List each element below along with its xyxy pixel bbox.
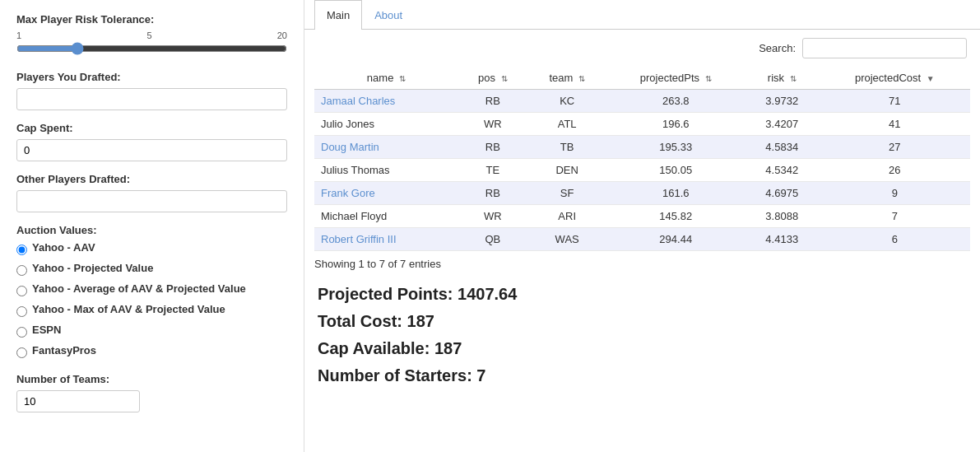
cell-pos: QB	[458, 228, 527, 251]
other-players-label: Other Players Drafted:	[16, 173, 287, 185]
cell-team: SF	[527, 182, 607, 205]
cell-projectedcost: 7	[820, 205, 970, 228]
players-drafted-input[interactable]	[16, 88, 287, 110]
table-row: Robert Griffin IIIQBWAS294.444.41336	[314, 228, 970, 251]
total-cost: Total Cost: 187	[318, 312, 967, 331]
players-drafted-label: Players You Drafted:	[16, 71, 287, 83]
radio-yahoo-average[interactable]	[16, 286, 27, 296]
col-header-name[interactable]: name ⇅	[314, 67, 458, 90]
radio-item-espn: ESPN	[16, 324, 287, 341]
tabs-bar: Main About	[304, 0, 980, 30]
cell-team: TB	[527, 136, 607, 159]
cell-name: Robert Griffin III	[314, 228, 458, 251]
radio-fantasypros[interactable]	[16, 347, 27, 358]
auction-values-radio-group: Yahoo - AAV Yahoo - Projected Value Yaho…	[16, 241, 287, 361]
cell-projectedpts: 196.6	[607, 113, 745, 136]
sort-icon-risk: ⇅	[790, 74, 797, 83]
players-table: name ⇅ pos ⇅ team ⇅ projectedPts ⇅ risk …	[314, 67, 970, 251]
radio-item-fantasypros: FantasyPros	[16, 344, 287, 361]
table-header-row: name ⇅ pos ⇅ team ⇅ projectedPts ⇅ risk …	[314, 67, 970, 90]
cell-risk: 3.4207	[745, 113, 820, 136]
table-row: Julio JonesWRATL196.63.420741	[314, 113, 970, 136]
sort-icon-projectedpts: ⇅	[705, 74, 712, 83]
right-panel: Main About Search: name ⇅ pos ⇅ team ⇅ p…	[304, 0, 980, 452]
radio-yahoo-max-label: Yahoo - Max of AAV & Projected Value	[32, 303, 225, 315]
cell-name: Frank Gore	[314, 182, 458, 205]
risk-slider[interactable]	[16, 42, 287, 55]
sort-icon-name: ⇅	[399, 74, 406, 83]
radio-yahoo-max[interactable]	[16, 306, 27, 317]
cell-pos: RB	[458, 90, 527, 113]
radio-espn-label: ESPN	[32, 324, 61, 336]
risk-slider-section: Max Player Risk Tolerance: 1 5 20	[16, 13, 287, 58]
cell-team: ARI	[527, 205, 607, 228]
sort-icon-team: ⇅	[578, 74, 585, 83]
radio-yahoo-projected[interactable]	[16, 265, 27, 276]
radio-item-yahoo-max: Yahoo - Max of AAV & Projected Value	[16, 303, 287, 320]
showing-text: Showing 1 to 7 of 7 entries	[304, 251, 980, 277]
radio-yahoo-aav[interactable]	[16, 245, 27, 255]
cell-projectedcost: 27	[820, 136, 970, 159]
table-container: name ⇅ pos ⇅ team ⇅ projectedPts ⇅ risk …	[304, 67, 980, 251]
tab-about[interactable]: About	[362, 0, 415, 30]
cell-pos: WR	[458, 205, 527, 228]
cell-projectedcost: 6	[820, 228, 970, 251]
cell-pos: TE	[458, 159, 527, 182]
slider-mid-label: 5	[146, 30, 151, 40]
other-players-input[interactable]	[16, 190, 287, 212]
table-row: Jamaal CharlesRBKC263.83.973271	[314, 90, 970, 113]
left-panel: Max Player Risk Tolerance: 1 5 20 Player…	[0, 0, 304, 452]
auction-values-label: Auction Values:	[16, 224, 287, 236]
radio-fantasypros-label: FantasyPros	[32, 344, 96, 356]
cap-spent-label: Cap Spent:	[16, 122, 287, 134]
cell-team: WAS	[527, 228, 607, 251]
cap-available: Cap Available: 187	[318, 339, 967, 358]
radio-yahoo-projected-label: Yahoo - Projected Value	[32, 262, 153, 274]
projected-points: Projected Points: 1407.64	[318, 285, 967, 304]
col-header-team[interactable]: team ⇅	[527, 67, 607, 90]
cell-name: Jamaal Charles	[314, 90, 458, 113]
num-teams-input[interactable]	[16, 390, 140, 412]
cell-projectedpts: 145.82	[607, 205, 745, 228]
cell-name: Michael Floyd	[314, 205, 458, 228]
col-header-risk[interactable]: risk ⇅	[745, 67, 820, 90]
cell-risk: 4.5834	[745, 136, 820, 159]
radio-espn[interactable]	[16, 327, 27, 338]
num-starters: Number of Starters: 7	[318, 366, 967, 385]
num-teams-label: Number of Teams:	[16, 373, 287, 385]
tab-main[interactable]: Main	[314, 0, 362, 30]
col-header-projectedcost[interactable]: projectedCost ▼	[820, 67, 970, 90]
cell-pos: RB	[458, 182, 527, 205]
radio-yahoo-aav-label: Yahoo - AAV	[32, 241, 95, 254]
search-label: Search:	[759, 42, 796, 54]
risk-label: Max Player Risk Tolerance:	[16, 13, 287, 26]
cell-projectedcost: 9	[820, 182, 970, 205]
cell-name: Julius Thomas	[314, 159, 458, 182]
slider-max-label: 20	[277, 30, 287, 40]
slider-min-label: 1	[16, 30, 21, 40]
cell-projectedpts: 161.6	[607, 182, 745, 205]
radio-item-yahoo-aav: Yahoo - AAV	[16, 241, 287, 259]
cap-spent-input[interactable]	[16, 139, 287, 161]
cell-risk: 3.8088	[745, 205, 820, 228]
cell-risk: 4.4133	[745, 228, 820, 251]
cell-team: ATL	[527, 113, 607, 136]
cell-team: DEN	[527, 159, 607, 182]
cell-projectedcost: 26	[820, 159, 970, 182]
col-header-projectedpts[interactable]: projectedPts ⇅	[607, 67, 745, 90]
cell-projectedcost: 41	[820, 113, 970, 136]
table-row: Frank GoreRBSF161.64.69759	[314, 182, 970, 205]
table-row: Doug MartinRBTB195.334.583427	[314, 136, 970, 159]
search-bar: Search:	[304, 30, 980, 67]
cell-name: Julio Jones	[314, 113, 458, 136]
radio-yahoo-average-label: Yahoo - Average of AAV & Projected Value	[32, 282, 246, 295]
radio-item-yahoo-projected: Yahoo - Projected Value	[16, 262, 287, 279]
cell-projectedpts: 195.33	[607, 136, 745, 159]
search-input[interactable]	[802, 38, 967, 58]
cell-projectedpts: 294.44	[607, 228, 745, 251]
col-header-pos[interactable]: pos ⇅	[458, 67, 527, 90]
cell-name: Doug Martin	[314, 136, 458, 159]
cell-risk: 4.6975	[745, 182, 820, 205]
sort-icon-pos: ⇅	[501, 74, 508, 83]
cell-projectedcost: 71	[820, 90, 970, 113]
